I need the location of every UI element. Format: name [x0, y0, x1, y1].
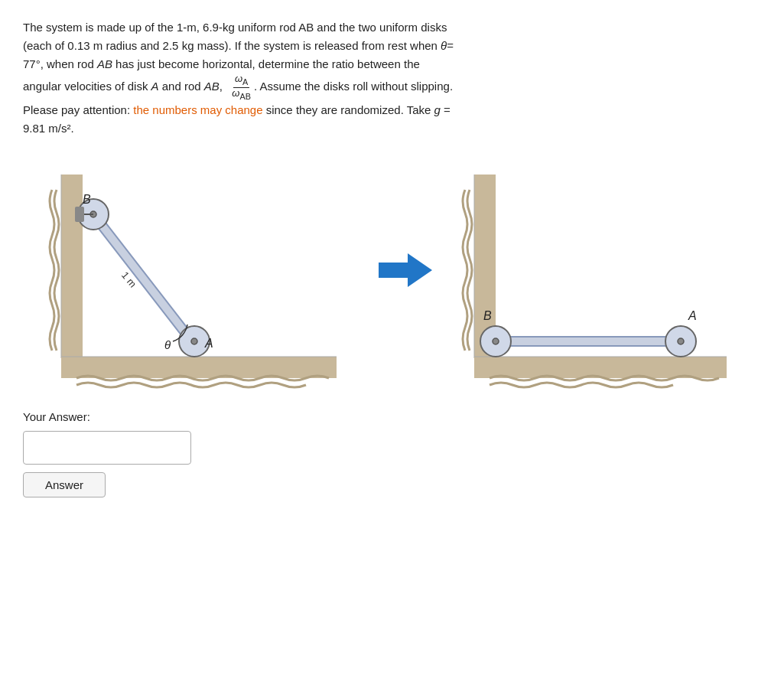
problem-line6: 9.81 m/s².	[23, 122, 74, 135]
left-diagram-svg: B A 1 m θ	[23, 152, 375, 389]
label-theta: θ	[164, 338, 171, 351]
highlight-text: the numbers may change	[133, 103, 262, 116]
label-a-left: A	[204, 337, 213, 350]
disk-a-center	[191, 338, 197, 344]
problem-text: The system is made up of the 1-m, 6.9-kg…	[23, 18, 761, 138]
floor-right	[474, 357, 727, 378]
problem-line2: (each of 0.13 m radius and 2.5 kg mass).…	[23, 39, 454, 52]
answer-section: Your Answer: Answer	[23, 410, 761, 497]
disk-a-right-center	[678, 338, 684, 344]
blue-arrow-shape	[379, 253, 432, 287]
fraction-ratio: ωA ωAB	[230, 73, 252, 101]
problem-line4: angular velocities of disk A and rod AB,…	[23, 80, 453, 93]
arrow-area	[375, 152, 436, 389]
disk-b-right-center	[493, 338, 499, 344]
answer-button[interactable]: Answer	[23, 472, 106, 497]
svg-line-3	[93, 214, 194, 344]
blue-arrow-svg	[379, 253, 432, 287]
problem-line1: The system is made up of the 1-m, 6.9-kg…	[23, 21, 447, 34]
label-b-right: B	[483, 309, 492, 322]
label-a-right: A	[688, 309, 697, 322]
fraction-numerator: ωA	[233, 73, 249, 88]
problem-line5: Please pay attention: the numbers may ch…	[23, 103, 451, 116]
answer-label: Your Answer:	[23, 410, 761, 423]
diagrams-row: B A 1 m θ	[23, 152, 761, 389]
right-diagram-svg: B A	[436, 152, 742, 389]
floor-left	[61, 357, 337, 378]
diagram-right: B A	[436, 152, 742, 389]
rod-ab-left	[93, 214, 194, 344]
answer-input[interactable]	[23, 431, 191, 465]
svg-rect-5	[75, 207, 84, 222]
label-b-left: B	[83, 193, 91, 206]
left-wall	[61, 174, 83, 358]
problem-line3: 77°, when rod AB has just become horizon…	[23, 57, 420, 70]
diagram-left: B A 1 m θ	[23, 152, 375, 389]
fraction-denominator: ωAB	[230, 88, 252, 102]
